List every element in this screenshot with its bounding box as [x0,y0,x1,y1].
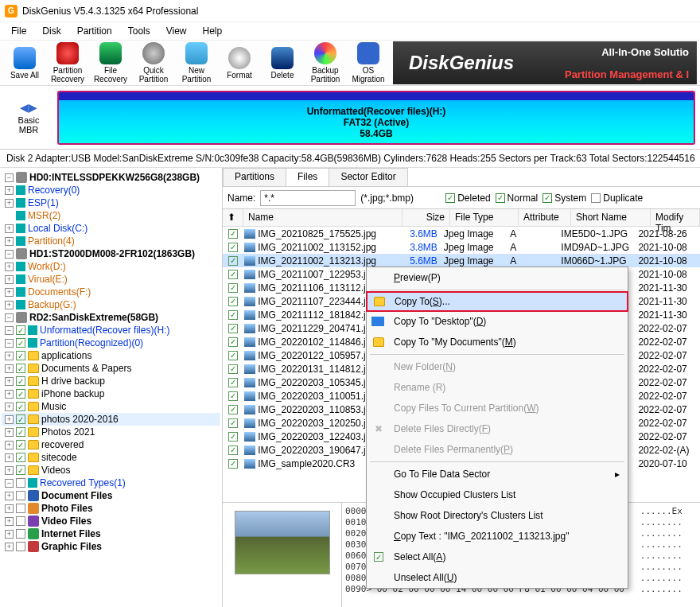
tree-type[interactable]: +Video Files [2,515,220,527]
row-checkbox[interactable]: ✓ [228,297,238,306]
tree-unformatted[interactable]: −✓Unformatted(Recover files)(H:) [2,324,220,337]
tree-item[interactable]: MSR(2) [2,209,220,222]
tree-item[interactable]: +ESP(1) [2,196,220,209]
menu-tools[interactable]: Tools [120,24,158,38]
ctx-root-clusters[interactable]: Show Root Directory's Clusters List [367,505,628,526]
row-checkbox[interactable]: ✓ [228,229,238,239]
tree-disk-rd2[interactable]: −RD2:SanDiskExtreme(58GB) [2,311,220,324]
partition-recovery-button[interactable]: Partition Recovery [46,41,89,84]
col-up-icon[interactable]: ⬆ [223,209,243,226]
tree-type[interactable]: +Document Files [2,489,220,502]
quick-partition-button[interactable]: Quick Partition [132,41,175,84]
tree-folder[interactable]: +✓Photos 2021 [2,426,220,438]
tree-type[interactable]: +Photo Files [2,502,220,515]
os-migration-button[interactable]: OS Migration [347,41,390,84]
menu-partition[interactable]: Partition [69,24,120,38]
col-type[interactable]: File Type [450,209,519,226]
row-checkbox[interactable]: ✓ [228,351,238,360]
file-modify: 2021-11-30 [638,296,700,307]
ctx-copy-to[interactable]: Copy To(S)... [366,291,628,312]
format-button[interactable]: Format [218,41,261,84]
tree-item[interactable]: +Backup(G:) [2,298,220,311]
menu-help[interactable]: Help [195,24,231,38]
file-name: IMG_20211112_181842.jpg [258,309,376,321]
new-partition-button[interactable]: New Partition [175,41,218,84]
menu-disk[interactable]: Disk [34,24,68,38]
ctx-copy-desktop[interactable]: Copy To "Desktop"(D) [367,311,628,332]
disk-icon [16,172,27,183]
ctx-goto-sector[interactable]: Go To File Data Sector▸ [367,464,628,484]
row-checkbox[interactable]: ✓ [228,337,238,347]
tab-partitions[interactable]: Partitions [223,168,286,186]
tree-folder[interactable]: +✓applications [2,349,220,362]
row-checkbox[interactable]: ✓ [228,256,238,266]
row-checkbox[interactable]: ✓ [228,324,238,333]
col-size[interactable]: Size [402,209,450,226]
cb-system[interactable]: ✓System [542,193,586,204]
ctx-copy-text[interactable]: Copy Text : "IMG_20211002_113213.jpg" [367,526,628,547]
cb-duplicate[interactable]: ✓Duplicate [591,193,643,204]
tree-disk-hd1[interactable]: −HD1:ST2000DM008-2FR102(1863GB) [2,247,220,260]
ext-filter: (*.jpg;*.bmp) [360,193,414,204]
image-icon [244,270,255,279]
tree-folder[interactable]: +✓H drive backup [2,375,220,387]
row-checkbox[interactable]: ✓ [228,378,238,387]
disk-nav-arrows[interactable]: ◀▶ [5,101,52,114]
menu-file[interactable]: File [3,24,34,38]
row-checkbox[interactable]: ✓ [228,270,238,279]
row-checkbox[interactable]: ✓ [228,243,238,252]
row-checkbox[interactable]: ✓ [228,418,238,428]
tree-folder[interactable]: +✓iPhone backup [2,387,220,400]
ctx-select-all[interactable]: ✓Select All(A) [367,547,628,567]
tree-folder[interactable]: +✓sitecode [2,451,220,464]
col-name[interactable]: Name [243,209,402,226]
cb-deleted[interactable]: ✓Deleted [445,193,490,204]
col-modify[interactable]: Modify Tim [651,209,700,226]
row-checkbox[interactable]: ✓ [228,432,238,442]
col-short[interactable]: Short Name [571,209,651,226]
tree-panel[interactable]: −HD0:INTELSSDPEKKW256G8(238GB) +Recovery… [0,168,223,607]
tree-partition-recognized[interactable]: −✓Partition(Recognized)(0) [2,337,220,349]
ctx-occupied-clusters[interactable]: Show Occupied Clusters List [367,484,628,505]
tree-item[interactable]: +Local Disk(C:) [2,222,220,235]
tree-disk-hd0[interactable]: −HD0:INTELSSDPEKKW256G8(238GB) [2,171,220,184]
tree-item[interactable]: +Recovery(0) [2,184,220,196]
backup-partition-button[interactable]: Backup Partition [304,41,347,84]
tree-folder[interactable]: +✓Videos [2,464,220,477]
file-recovery-button[interactable]: File Recovery [89,41,132,84]
ctx-preview[interactable]: Preview(P) [367,267,628,288]
partition-block[interactable]: Unformatted(Recover files)(H:) FAT32 (Ac… [57,91,695,145]
row-checkbox[interactable]: ✓ [228,310,238,320]
tree-recovered-types[interactable]: −Recovered Types(1) [2,477,220,489]
tree-folder[interactable]: +✓photos 2020-2016 [2,413,220,426]
saveall-button[interactable]: Save All [3,41,46,84]
tree-item[interactable]: +Work(D:) [2,260,220,273]
cb-normal[interactable]: ✓Normal [496,193,539,204]
tab-sector-editor[interactable]: Sector Editor [329,168,407,186]
col-attr[interactable]: Attribute [519,209,571,226]
delete-button[interactable]: Delete [261,41,304,84]
tree-item[interactable]: +Partition(4) [2,235,220,247]
file-row[interactable]: ✓ IMG_20210825_175525.jpg 3.6MB Jpeg Ima… [223,227,700,240]
tab-files[interactable]: Files [286,168,329,186]
menu-view[interactable]: View [158,24,195,38]
tree-item[interactable]: +Virual(E:) [2,273,220,286]
ctx-copy-mydocs[interactable]: Copy To "My Documents"(M) [367,332,628,352]
file-row[interactable]: ✓ IMG_20211002_113213.jpg 5.6MB Jpeg Ima… [223,254,700,267]
tree-item[interactable]: +Documents(F:) [2,286,220,298]
row-checkbox[interactable]: ✓ [228,459,238,469]
titlebar: G DiskGenius V5.4.3.1325 x64 Professiona… [0,0,700,22]
row-checkbox[interactable]: ✓ [228,391,238,401]
row-checkbox[interactable]: ✓ [228,364,238,374]
ctx-unselect-all[interactable]: Unselect All(U) [367,567,628,588]
row-checkbox[interactable]: ✓ [228,283,238,293]
row-checkbox[interactable]: ✓ [228,446,238,455]
tree-folder[interactable]: +✓Documents & Papers [2,362,220,375]
tree-folder[interactable]: +✓Music [2,400,220,413]
file-row[interactable]: ✓ IMG_20211002_113152.jpg 3.8MB Jpeg Ima… [223,240,700,254]
row-checkbox[interactable]: ✓ [228,405,238,414]
name-pattern-input[interactable] [260,190,356,206]
tree-folder[interactable]: +✓recovered [2,438,220,451]
tree-type[interactable]: +Internet Files [2,527,220,540]
tree-type[interactable]: +Graphic Files [2,540,220,553]
